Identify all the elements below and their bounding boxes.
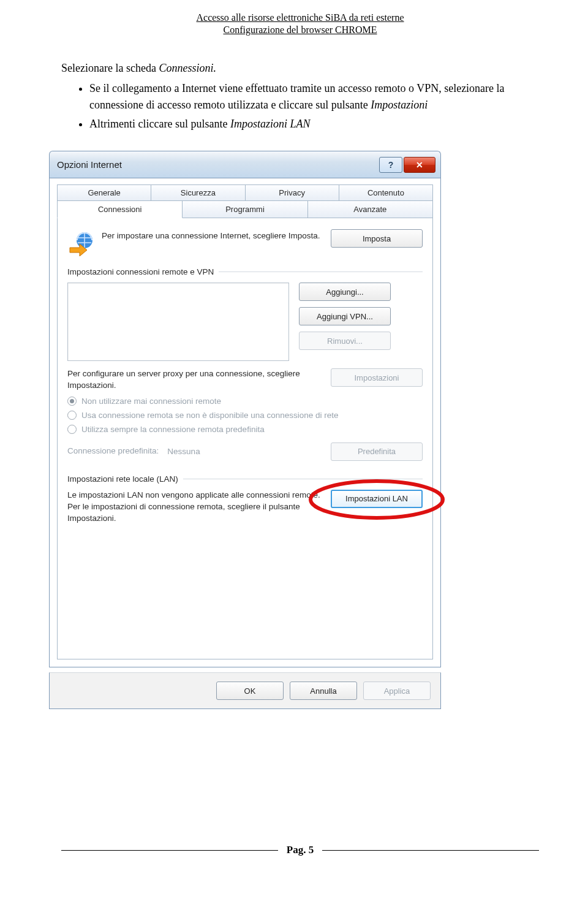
page-footer: Pag. 5 (61, 844, 539, 856)
ok-button[interactable]: OK (216, 682, 284, 700)
tab-avanzate[interactable]: Avanzate (307, 200, 433, 218)
setup-text: Per impostare una connessione Internet, … (102, 229, 323, 241)
rimuovi-button: Rimuovi... (299, 332, 391, 350)
help-icon: ? (388, 160, 394, 170)
radio-never-dial: Non utilizzare mai connessioni remote (67, 397, 423, 406)
aggiungi-button[interactable]: Aggiungi... (299, 283, 391, 301)
proxy-text: Per configurare un server proxy per una … (67, 368, 321, 392)
help-button[interactable]: ? (379, 157, 402, 173)
tab-row-bottom: Connessioni Programmi Avanzate (57, 201, 433, 218)
tab-contenuto[interactable]: Contenuto (339, 184, 433, 201)
page-number: Pag. 5 (287, 844, 314, 856)
bullet-2: Altrimenti cliccare sul pulsante Imposta… (89, 116, 539, 132)
radio-always-dial: Utilizza sempre la connessione remota pr… (67, 425, 423, 434)
document-header: Accesso alle risorse elettroniche SiBA d… (61, 12, 539, 36)
predefinita-button: Predefinita (331, 443, 423, 461)
tab-programmi[interactable]: Programmi (182, 200, 307, 218)
dialog-title: Opzioni Internet (57, 159, 379, 170)
lan-text: Le impostazioni LAN non vengono applicat… (67, 490, 321, 525)
tab-privacy[interactable]: Privacy (245, 184, 339, 201)
impostazioni-button: Impostazioni (331, 368, 423, 387)
radio-dial-when-no-net: Usa connessione remota se non è disponib… (67, 411, 423, 420)
aggiungi-vpn-button[interactable]: Aggiungi VPN... (299, 307, 391, 325)
annulla-button[interactable]: Annulla (290, 682, 357, 700)
connections-listbox[interactable] (67, 283, 289, 361)
tab-row-top: Generale Sicurezza Privacy Contenuto (57, 184, 433, 201)
tab-sicurezza[interactable]: Sicurezza (151, 184, 245, 201)
dialog-footer: OK Annulla Applica (49, 672, 441, 709)
intro-paragraph: Selezionare la scheda Connessioni. (61, 60, 539, 77)
radio-icon (67, 397, 77, 406)
imposta-button[interactable]: Imposta (331, 229, 423, 248)
dialog-titlebar: Opzioni Internet ? ✕ (49, 151, 441, 178)
default-connection-value: Nessuna (167, 447, 322, 456)
bullet-1: Se il collegamento a Internet viene effe… (89, 80, 539, 113)
body-text: Selezionare la scheda Connessioni. Se il… (61, 60, 539, 132)
internet-options-dialog: Opzioni Internet ? ✕ Generale Sicurezza … (49, 151, 441, 709)
tab-panel-connessioni: Per impostare una connessione Internet, … (57, 218, 433, 659)
vpn-group-legend: Impostazioni connessioni remote e VPN (67, 267, 214, 276)
globe-arrow-icon (67, 229, 94, 256)
doc-header-line1: Accesso alle risorse elettroniche SiBA d… (61, 12, 539, 23)
impostazioni-lan-button[interactable]: Impostazioni LAN (331, 490, 423, 508)
close-icon: ✕ (416, 160, 423, 170)
lan-group-legend: Impostazioni rete locale (LAN) (67, 474, 178, 484)
tab-connessioni[interactable]: Connessioni (57, 200, 183, 218)
doc-header-line2: Configurazione del browser CHROME (61, 25, 539, 36)
radio-icon (67, 425, 77, 434)
tab-generale[interactable]: Generale (57, 184, 151, 201)
close-button[interactable]: ✕ (404, 157, 435, 173)
radio-icon (67, 411, 77, 420)
applica-button: Applica (363, 682, 431, 700)
default-connection-label: Connessione predefinita: (67, 446, 159, 457)
